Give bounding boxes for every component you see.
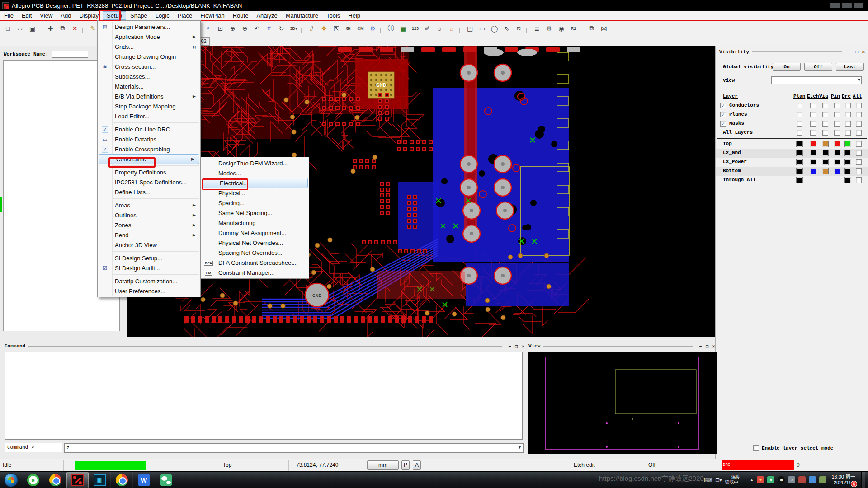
setup-menu-item-grids[interactable]: Grids...g — [98, 42, 200, 52]
paint-brush-icon[interactable]: ✐ — [422, 23, 433, 34]
drill-settings-icon[interactable]: ⚙ — [543, 23, 555, 34]
visibility-checkbox[interactable] — [856, 103, 862, 108]
move-icon[interactable]: ✚ — [45, 23, 56, 34]
setup-menu-item-zones[interactable]: Zones▶ — [98, 220, 200, 230]
visibility-checkbox[interactable] — [845, 103, 851, 108]
zoom-previous-icon[interactable]: ↶ — [251, 23, 263, 34]
layer-color-swatch[interactable] — [796, 159, 803, 165]
menu-display[interactable]: Display — [75, 11, 103, 20]
global-visibility-off-button[interactable]: Off — [804, 63, 832, 71]
visibility-checkbox[interactable] — [856, 159, 862, 165]
unhighlight-icon[interactable]: ☼ — [446, 23, 458, 34]
layer-color-swatch[interactable] — [796, 177, 803, 183]
workspace-name-input[interactable] — [52, 51, 88, 58]
shape-polygon-icon[interactable]: ◰ — [464, 23, 476, 34]
global-visibility-last-button[interactable]: Last — [836, 63, 864, 71]
setup-menu-item-lead-editor[interactable]: Lead Editor... — [98, 111, 200, 121]
pick-button[interactable]: P — [401, 460, 410, 470]
layer-color-swatch[interactable] — [834, 159, 840, 165]
refdes-settings-icon[interactable]: R1 — [568, 23, 579, 34]
setup-menu-item-datatip-customization[interactable]: Datatip Customization... — [98, 276, 200, 286]
layer-color-swatch[interactable] — [810, 159, 816, 165]
menu-shape[interactable]: Shape — [126, 11, 151, 20]
constraints-item-spacing-net-overrides[interactable]: Spacing Net Overrides... — [201, 248, 309, 258]
script-settings-icon[interactable]: ⚙ — [367, 23, 378, 34]
menu-edit[interactable]: Edit — [18, 11, 36, 20]
layer-color-swatch[interactable] — [822, 168, 829, 174]
layer-color-swatch[interactable] — [834, 141, 840, 147]
visibility-checkbox[interactable] — [810, 121, 816, 127]
visibility-checkbox[interactable] — [856, 141, 862, 147]
temperature-tray-widget[interactable]: 温度 读取中... — [725, 475, 746, 485]
setup-menu-item-step-package-mapping[interactable]: Step Package Mapping... — [98, 101, 200, 111]
menu-manufacture[interactable]: Manufacture — [282, 11, 322, 20]
setup-menu-item-enable-crossprobing[interactable]: ✓Enable Crossprobing — [98, 144, 200, 154]
edge-scroll-marker[interactable] — [0, 197, 2, 212]
menu-view[interactable]: View — [36, 11, 57, 20]
layer-color-swatch[interactable] — [844, 168, 851, 174]
visibility-checkbox[interactable] — [834, 121, 840, 127]
layer-class-checkbox[interactable]: ✓ — [720, 103, 726, 108]
zoom-in-icon[interactable]: ⊕ — [227, 23, 238, 34]
setup-menu-item-user-preferences[interactable]: User Preferences... — [98, 286, 200, 296]
tray-misc-icon-2[interactable] — [809, 476, 816, 483]
setup-menu-item-subclasses[interactable]: Subclasses... — [98, 71, 200, 81]
documentation-icon[interactable]: ⧉ — [586, 23, 597, 34]
menu-place[interactable]: Place — [174, 11, 197, 20]
keyboard-tray-icon[interactable]: ⌨ — [704, 477, 712, 483]
visibility-checkbox[interactable] — [797, 130, 802, 136]
menu-analyze[interactable]: Analyze — [252, 11, 281, 20]
global-visibility-on-button[interactable]: On — [773, 63, 801, 71]
setup-menu-item-enable-on-line-drc[interactable]: ✓Enable On-Line DRC — [98, 124, 200, 134]
constraints-item-manufacturing[interactable]: Manufacturing — [201, 218, 309, 228]
visibility-checkbox[interactable] — [822, 112, 828, 117]
shape-rect-icon[interactable]: ▭ — [476, 23, 488, 34]
tray-misc-icon-3[interactable] — [819, 476, 826, 483]
constraints-item-physical[interactable]: Physical... — [201, 188, 309, 198]
setup-menu-item-ipc2581-spec-definitions[interactable]: IPC2581 Spec Definitions... — [98, 177, 200, 187]
panel-minimize-icon[interactable]: – — [849, 49, 852, 55]
panel-close-icon[interactable]: ✕ — [862, 49, 865, 55]
application-mode-button[interactable]: A — [413, 460, 421, 470]
layer-color-swatch[interactable] — [844, 150, 851, 156]
constraints-item-physical-net-overrides[interactable]: Physical Net Overrides... — [201, 238, 309, 248]
highlight-icon[interactable]: ☼ — [434, 23, 445, 34]
allegro-pcb-designer[interactable] — [66, 472, 89, 488]
cross-section-tool-icon[interactable]: ≋ — [343, 23, 354, 34]
bell-tray-icon[interactable]: ♪ — [788, 476, 795, 483]
setup-menu-item-change-drawing-origin[interactable]: Change Drawing Origin — [98, 52, 200, 61]
zoom-selection-icon[interactable]: ⌗ — [264, 23, 275, 34]
visibility-checkbox[interactable] — [845, 112, 851, 117]
setup-menu-item-bend[interactable]: Bend▶ — [98, 230, 200, 240]
start-button[interactable] — [0, 472, 22, 488]
shape-circle-icon[interactable]: ◯ — [489, 23, 500, 34]
setup-menu-item-materials[interactable]: Materials... — [98, 81, 200, 91]
zoom-out-icon[interactable]: ⊖ — [239, 23, 250, 34]
visibility-checkbox[interactable] — [856, 130, 862, 136]
open-file-icon[interactable]: ▱ — [14, 23, 26, 34]
constraints-item-spacing[interactable]: Spacing... — [201, 198, 309, 208]
select-arrow-icon[interactable]: ⇖ — [501, 23, 512, 34]
info-icon[interactable]: ⓘ — [385, 23, 396, 34]
close-window-button[interactable] — [854, 3, 863, 8]
drill-table-icon[interactable]: ≣ — [531, 23, 542, 34]
layer-color-swatch[interactable] — [822, 150, 829, 156]
visibility-checkbox[interactable] — [810, 112, 816, 117]
constraint-manager-tool-icon[interactable]: CM — [355, 23, 366, 34]
setup-menu-item-si-design-audit[interactable]: ☑SI Design Audit... — [98, 263, 200, 273]
setup-menu-item-define-lists[interactable]: Define Lists... — [98, 187, 200, 197]
layer-color-swatch[interactable] — [810, 168, 816, 174]
menu-file[interactable]: File — [0, 11, 18, 20]
menu-add[interactable]: Add — [57, 11, 75, 20]
layer-color-swatch[interactable] — [810, 150, 816, 156]
layer-color-swatch[interactable] — [796, 150, 803, 156]
visibility-checkbox[interactable] — [856, 121, 862, 127]
constraints-item-electrical[interactable]: Electrical... — [202, 178, 308, 188]
show-desktop-button[interactable] — [861, 472, 865, 488]
visibility-checkbox[interactable] — [856, 112, 862, 117]
visibility-checkbox[interactable] — [834, 130, 840, 136]
zoom-fit-icon[interactable]: ⊡ — [215, 23, 226, 34]
layer-color-swatch[interactable] — [810, 141, 816, 147]
constraints-item-modes[interactable]: Modes... — [201, 168, 309, 178]
taskbar-clock[interactable]: 16:30 周一 2020/11/9 6 — [831, 474, 855, 486]
